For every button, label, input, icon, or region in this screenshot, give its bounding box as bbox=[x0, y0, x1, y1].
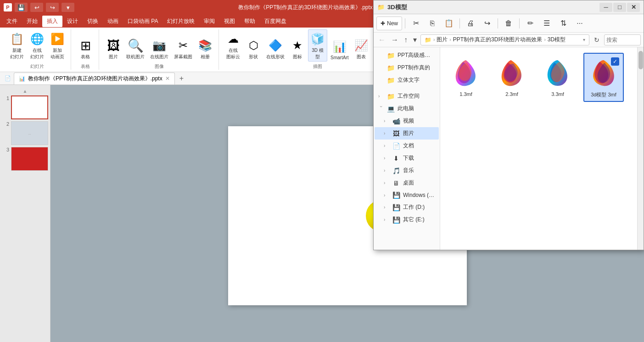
path-part-3: 3D模型 bbox=[548, 36, 566, 44]
icons-button[interactable]: ★ 图标 bbox=[288, 36, 307, 62]
cut-button[interactable]: ✂ bbox=[408, 17, 424, 30]
new-anim-page-button[interactable]: ▶️ 新加动画页 bbox=[48, 29, 67, 62]
dialog-scrollbar[interactable] bbox=[637, 47, 644, 250]
album-label: 相册 bbox=[201, 54, 210, 60]
copy-button[interactable]: ⎘ bbox=[425, 17, 440, 30]
menu-transitions[interactable]: 切换 bbox=[83, 16, 103, 27]
menu-baidu[interactable]: 百度网盘 bbox=[260, 16, 291, 27]
sidebar-item-winc[interactable]: › 💾 Windows (C:) bbox=[375, 189, 439, 201]
chart-button[interactable]: 📈 图表 bbox=[352, 36, 371, 62]
menu-view[interactable]: 视图 bbox=[219, 16, 240, 27]
smartart-button[interactable]: 📊 SmartArt bbox=[328, 37, 351, 62]
rename-button[interactable]: ✏ bbox=[522, 17, 538, 30]
slide-thumb-1: 1 bbox=[2, 95, 48, 119]
sidebar-item-ppt-make[interactable]: 📁 PPT制作真的 bbox=[375, 62, 439, 74]
sidebar-item-thispc[interactable]: › 💻 此电脑 bbox=[375, 102, 439, 115]
slide-img-3[interactable] bbox=[11, 147, 48, 171]
menu-home[interactable]: 开始 bbox=[22, 16, 42, 27]
menu-slideshow[interactable]: 幻灯片放映 bbox=[162, 16, 199, 27]
online-shapes-button[interactable]: 🔷 在线形状 bbox=[264, 36, 287, 62]
menu-help[interactable]: 帮助 bbox=[240, 16, 260, 27]
slide-thumb-2: 2 ... bbox=[2, 121, 48, 145]
menu-review[interactable]: 审阅 bbox=[199, 16, 219, 27]
icon-cloud-button[interactable]: ☁ 在线图标云 bbox=[224, 29, 243, 62]
screenshot-button[interactable]: ✂ 屏幕截图 bbox=[172, 36, 195, 62]
dialog-minimize[interactable]: ─ bbox=[599, 3, 612, 12]
dialog-toolbar: ✚ New ✂ ⎘ 📋 🖨 ↪ 🗑 ✏ ☰ ⇅ ··· bbox=[374, 14, 644, 33]
address-path[interactable]: 📁 › 图片 › PPT制作真正的3D环绕图片动画效果 › 3D模型 ▾ bbox=[420, 34, 589, 45]
sort-button[interactable]: ⇅ bbox=[555, 17, 571, 30]
sidebar-item-docs[interactable]: › 📄 文档 bbox=[375, 140, 439, 152]
file-item-2[interactable]: 2.3mf bbox=[492, 53, 532, 102]
back-button[interactable]: ← bbox=[376, 35, 387, 45]
sidebar-item-workd[interactable]: › 💾 工作 (D:) bbox=[375, 201, 439, 213]
chevron-thispc: › bbox=[379, 106, 384, 112]
menu-insert[interactable]: 插入 bbox=[42, 16, 62, 27]
video-icon: 📹 bbox=[392, 118, 400, 125]
online-shapes-label: 在线形状 bbox=[266, 54, 285, 60]
slide-img-2[interactable]: ... bbox=[11, 121, 48, 145]
scrollbar-thumb[interactable] bbox=[638, 51, 643, 69]
menu-animations[interactable]: 动画 bbox=[103, 16, 123, 27]
refresh-button[interactable]: ↻ bbox=[591, 35, 602, 45]
sidebar-item-desktop[interactable]: › 🖥 桌面 bbox=[375, 177, 439, 189]
menu-pocket-anim[interactable]: 口袋动画 PA bbox=[123, 16, 162, 27]
sidebar-label-workspace: 工作空间 bbox=[398, 92, 420, 100]
up-button[interactable]: ↑ bbox=[402, 35, 409, 45]
file-item-4[interactable]: ✓ 3d模型 3mf bbox=[583, 53, 624, 102]
sidebar-item-workspace[interactable]: › 📁 工作空间 bbox=[375, 90, 439, 102]
new-button[interactable]: ✚ New bbox=[376, 17, 402, 30]
dialog-maximize[interactable]: □ bbox=[613, 3, 626, 12]
file-item-3[interactable]: 3.3mf bbox=[538, 53, 578, 102]
redo-button[interactable]: ↪ bbox=[46, 3, 59, 12]
search-files-input[interactable] bbox=[604, 34, 641, 45]
images-group-items: 🖼 图片 🔍 联机图片 📷 在线图片 ✂ 屏幕截图 📚 相册 bbox=[104, 29, 215, 62]
sidebar-item-music[interactable]: › 🎵 音乐 bbox=[375, 164, 439, 177]
sidebar-item-othere[interactable]: › 💾 其它 (E:) bbox=[375, 213, 439, 226]
sidebar-item-ppt-high[interactable]: 📁 PPT高级感动画 bbox=[375, 49, 439, 62]
chevron-winc: › bbox=[384, 193, 389, 198]
recent-button[interactable]: ▾ bbox=[411, 34, 419, 45]
online-img-label: 在线图片 bbox=[150, 54, 168, 60]
delete-button[interactable]: 🗑 bbox=[501, 17, 516, 30]
menu-design[interactable]: 设计 bbox=[62, 16, 83, 27]
online-slide-button[interactable]: 🌐 在线幻灯片 bbox=[28, 29, 47, 62]
forward-button[interactable]: → bbox=[389, 35, 400, 45]
path-dropdown-icon[interactable]: ▾ bbox=[583, 37, 585, 42]
sidebar-item-3d-text[interactable]: 📁 立体文字 bbox=[375, 74, 439, 86]
dialog-content: 📁 PPT高级感动画 📁 PPT制作真的 📁 立体文字 bbox=[374, 47, 644, 250]
print-button[interactable]: 🖨 bbox=[463, 17, 478, 30]
online-img-button[interactable]: 📷 在线图片 bbox=[148, 36, 171, 62]
more-button[interactable]: ··· bbox=[572, 17, 588, 30]
menu-file[interactable]: 文件 bbox=[2, 16, 22, 27]
customize-button[interactable]: ▾ bbox=[62, 3, 74, 12]
tab-document[interactable]: 📊 教你制作《PPT制作真正的3D环绕图片动画效果》.pptx ✕ bbox=[14, 73, 175, 84]
dialog-close[interactable]: ✕ bbox=[627, 3, 640, 12]
undo-button[interactable]: ↩ bbox=[30, 3, 43, 12]
3d-model-icon: 🧊 bbox=[310, 32, 325, 46]
tab-add-button[interactable]: + bbox=[176, 73, 187, 84]
new-slide-button[interactable]: 📋 新建幻灯片 bbox=[7, 29, 27, 62]
3d-model-button[interactable]: 🧊 3D 模型 bbox=[308, 29, 327, 62]
picture-icon: 🖼 bbox=[106, 38, 121, 53]
share-dialog-button[interactable]: ↪ bbox=[479, 17, 495, 30]
doc-icon: 📄 bbox=[2, 75, 14, 81]
picture-button[interactable]: 🖼 图片 bbox=[104, 36, 123, 62]
paste-button[interactable]: 📋 bbox=[441, 17, 457, 30]
sidebar-item-downloads[interactable]: › ⬇ 下载 bbox=[375, 152, 439, 164]
tab-document-label: 教你制作《PPT制作真正的3D环绕图片动画效果》.pptx bbox=[28, 75, 162, 83]
shapes-button[interactable]: ⬡ 形状 bbox=[244, 36, 263, 62]
table-button[interactable]: ⊞ 表格 bbox=[76, 36, 95, 62]
slide-thumb-3: 3 bbox=[2, 147, 48, 171]
view-button[interactable]: ☰ bbox=[539, 17, 554, 30]
sidebar-item-pictures[interactable]: › 🖼 图片 bbox=[375, 127, 439, 140]
album-button[interactable]: 📚 相册 bbox=[196, 36, 215, 62]
folder-ppt-make-icon: 📁 bbox=[386, 64, 395, 72]
chevron-workd: › bbox=[384, 205, 389, 210]
online-picture-button[interactable]: 🔍 联机图片 bbox=[124, 36, 147, 62]
save-button[interactable]: 💾 bbox=[15, 3, 28, 12]
sidebar-item-video[interactable]: › 📹 视频 bbox=[375, 115, 439, 127]
slide-img-1[interactable] bbox=[11, 95, 48, 119]
tab-close-button[interactable]: ✕ bbox=[165, 75, 170, 82]
file-item-1[interactable]: 1.3mf bbox=[446, 53, 486, 102]
